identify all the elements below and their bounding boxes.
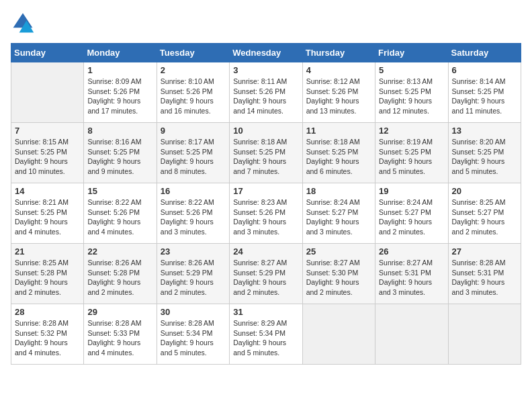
calendar-cell: 19Sunrise: 8:24 AMSunset: 5:27 PMDayligh…	[375, 183, 448, 244]
cell-info: Sunrise: 8:23 AMSunset: 5:26 PMDaylight:…	[233, 197, 298, 237]
day-number: 30	[161, 307, 226, 317]
day-number: 3	[233, 65, 298, 75]
calendar-week-3: 14Sunrise: 8:21 AMSunset: 5:25 PMDayligh…	[11, 183, 521, 244]
calendar-cell: 17Sunrise: 8:23 AMSunset: 5:26 PMDayligh…	[230, 183, 302, 244]
cell-info: Sunrise: 8:22 AMSunset: 5:26 PMDaylight:…	[161, 197, 226, 237]
day-number: 17	[233, 186, 298, 196]
cell-info: Sunrise: 8:29 AMSunset: 5:34 PMDaylight:…	[233, 318, 298, 358]
calendar-header-row: SundayMondayTuesdayWednesdayThursdayFrid…	[11, 44, 521, 62]
calendar-week-2: 7Sunrise: 8:15 AMSunset: 5:25 PMDaylight…	[11, 123, 521, 183]
cell-info: Sunrise: 8:25 AMSunset: 5:27 PMDaylight:…	[452, 197, 517, 237]
calendar-cell: 2Sunrise: 8:10 AMSunset: 5:26 PMDaylight…	[157, 62, 229, 123]
calendar-cell	[448, 304, 521, 365]
cell-info: Sunrise: 8:16 AMSunset: 5:25 PMDaylight:…	[87, 137, 152, 177]
calendar-cell	[302, 304, 375, 365]
calendar-cell: 15Sunrise: 8:22 AMSunset: 5:26 PMDayligh…	[84, 183, 157, 244]
cell-info: Sunrise: 8:18 AMSunset: 5:25 PMDaylight:…	[306, 137, 371, 177]
calendar-cell: 6Sunrise: 8:14 AMSunset: 5:25 PMDaylight…	[448, 62, 521, 123]
day-number: 15	[87, 186, 152, 196]
day-number: 14	[15, 186, 80, 196]
cell-info: Sunrise: 8:26 AMSunset: 5:29 PMDaylight:…	[161, 258, 226, 298]
day-number: 11	[306, 126, 371, 136]
calendar-cell: 16Sunrise: 8:22 AMSunset: 5:26 PMDayligh…	[157, 183, 229, 244]
calendar-cell: 24Sunrise: 8:27 AMSunset: 5:29 PMDayligh…	[230, 244, 302, 304]
calendar-cell: 12Sunrise: 8:19 AMSunset: 5:25 PMDayligh…	[375, 123, 448, 183]
calendar-week-1: 1Sunrise: 8:09 AMSunset: 5:26 PMDaylight…	[11, 62, 521, 123]
day-header-friday: Friday	[375, 44, 448, 62]
calendar-cell: 20Sunrise: 8:25 AMSunset: 5:27 PMDayligh…	[448, 183, 521, 244]
calendar-cell: 28Sunrise: 8:28 AMSunset: 5:32 PMDayligh…	[11, 304, 84, 365]
day-header-thursday: Thursday	[302, 44, 375, 62]
cell-info: Sunrise: 8:12 AMSunset: 5:26 PMDaylight:…	[306, 77, 371, 116]
day-number: 4	[306, 65, 371, 75]
day-header-wednesday: Wednesday	[230, 44, 302, 62]
calendar-cell: 10Sunrise: 8:18 AMSunset: 5:25 PMDayligh…	[230, 123, 302, 183]
calendar-cell: 11Sunrise: 8:18 AMSunset: 5:25 PMDayligh…	[302, 123, 375, 183]
day-number: 1	[87, 65, 152, 75]
calendar-cell: 7Sunrise: 8:15 AMSunset: 5:25 PMDaylight…	[11, 123, 84, 183]
day-number: 27	[452, 246, 517, 257]
day-number: 20	[452, 186, 517, 196]
cell-info: Sunrise: 8:21 AMSunset: 5:25 PMDaylight:…	[15, 197, 80, 237]
calendar-cell: 31Sunrise: 8:29 AMSunset: 5:34 PMDayligh…	[230, 304, 302, 365]
day-number: 13	[452, 126, 517, 136]
page-header	[11, 11, 521, 35]
calendar-cell: 21Sunrise: 8:25 AMSunset: 5:28 PMDayligh…	[11, 244, 84, 304]
calendar-cell: 22Sunrise: 8:26 AMSunset: 5:28 PMDayligh…	[84, 244, 157, 304]
cell-info: Sunrise: 8:17 AMSunset: 5:25 PMDaylight:…	[161, 137, 226, 177]
logo	[11, 11, 38, 35]
cell-info: Sunrise: 8:15 AMSunset: 5:25 PMDaylight:…	[15, 137, 80, 177]
day-number: 31	[233, 307, 298, 317]
day-number: 18	[306, 186, 371, 196]
day-number: 6	[452, 65, 517, 75]
calendar-cell: 18Sunrise: 8:24 AMSunset: 5:27 PMDayligh…	[302, 183, 375, 244]
cell-info: Sunrise: 8:24 AMSunset: 5:27 PMDaylight:…	[379, 197, 444, 237]
day-number: 12	[379, 126, 444, 136]
day-number: 16	[161, 186, 226, 196]
cell-info: Sunrise: 8:09 AMSunset: 5:26 PMDaylight:…	[87, 77, 152, 116]
day-number: 24	[233, 246, 298, 257]
day-number: 26	[379, 246, 444, 257]
day-number: 23	[161, 246, 226, 257]
day-header-sunday: Sunday	[11, 44, 84, 62]
day-number: 8	[87, 126, 152, 136]
calendar-cell: 3Sunrise: 8:11 AMSunset: 5:26 PMDaylight…	[230, 62, 302, 123]
day-number: 2	[161, 65, 226, 75]
calendar-cell: 5Sunrise: 8:13 AMSunset: 5:25 PMDaylight…	[375, 62, 448, 123]
cell-info: Sunrise: 8:27 AMSunset: 5:31 PMDaylight:…	[379, 258, 444, 298]
calendar-cell: 13Sunrise: 8:20 AMSunset: 5:25 PMDayligh…	[448, 123, 521, 183]
cell-info: Sunrise: 8:22 AMSunset: 5:26 PMDaylight:…	[87, 197, 152, 237]
day-number: 19	[379, 186, 444, 196]
cell-info: Sunrise: 8:19 AMSunset: 5:25 PMDaylight:…	[379, 137, 444, 177]
cell-info: Sunrise: 8:27 AMSunset: 5:30 PMDaylight:…	[306, 258, 371, 298]
day-number: 5	[379, 65, 444, 75]
calendar-cell	[11, 62, 84, 123]
calendar-cell: 9Sunrise: 8:17 AMSunset: 5:25 PMDaylight…	[157, 123, 229, 183]
day-header-tuesday: Tuesday	[157, 44, 229, 62]
calendar-table: SundayMondayTuesdayWednesdayThursdayFrid…	[11, 43, 521, 365]
cell-info: Sunrise: 8:18 AMSunset: 5:25 PMDaylight:…	[233, 137, 298, 177]
calendar-cell: 23Sunrise: 8:26 AMSunset: 5:29 PMDayligh…	[157, 244, 229, 304]
day-number: 25	[306, 246, 371, 257]
day-number: 28	[15, 307, 80, 317]
calendar-cell: 14Sunrise: 8:21 AMSunset: 5:25 PMDayligh…	[11, 183, 84, 244]
cell-info: Sunrise: 8:24 AMSunset: 5:27 PMDaylight:…	[306, 197, 371, 237]
logo-icon	[11, 11, 35, 35]
cell-info: Sunrise: 8:14 AMSunset: 5:25 PMDaylight:…	[452, 77, 517, 116]
cell-info: Sunrise: 8:28 AMSunset: 5:33 PMDaylight:…	[87, 318, 152, 358]
day-number: 7	[15, 126, 80, 136]
calendar-cell: 8Sunrise: 8:16 AMSunset: 5:25 PMDaylight…	[84, 123, 157, 183]
cell-info: Sunrise: 8:25 AMSunset: 5:28 PMDaylight:…	[15, 258, 80, 298]
calendar-cell: 30Sunrise: 8:28 AMSunset: 5:34 PMDayligh…	[157, 304, 229, 365]
day-number: 9	[161, 126, 226, 136]
calendar-cell: 25Sunrise: 8:27 AMSunset: 5:30 PMDayligh…	[302, 244, 375, 304]
cell-info: Sunrise: 8:20 AMSunset: 5:25 PMDaylight:…	[452, 137, 517, 177]
calendar-cell: 1Sunrise: 8:09 AMSunset: 5:26 PMDaylight…	[84, 62, 157, 123]
cell-info: Sunrise: 8:13 AMSunset: 5:25 PMDaylight:…	[379, 77, 444, 116]
day-header-monday: Monday	[84, 44, 157, 62]
cell-info: Sunrise: 8:11 AMSunset: 5:26 PMDaylight:…	[233, 77, 298, 116]
calendar-cell	[375, 304, 448, 365]
cell-info: Sunrise: 8:28 AMSunset: 5:34 PMDaylight:…	[161, 318, 226, 358]
calendar-cell: 26Sunrise: 8:27 AMSunset: 5:31 PMDayligh…	[375, 244, 448, 304]
cell-info: Sunrise: 8:27 AMSunset: 5:29 PMDaylight:…	[233, 258, 298, 298]
